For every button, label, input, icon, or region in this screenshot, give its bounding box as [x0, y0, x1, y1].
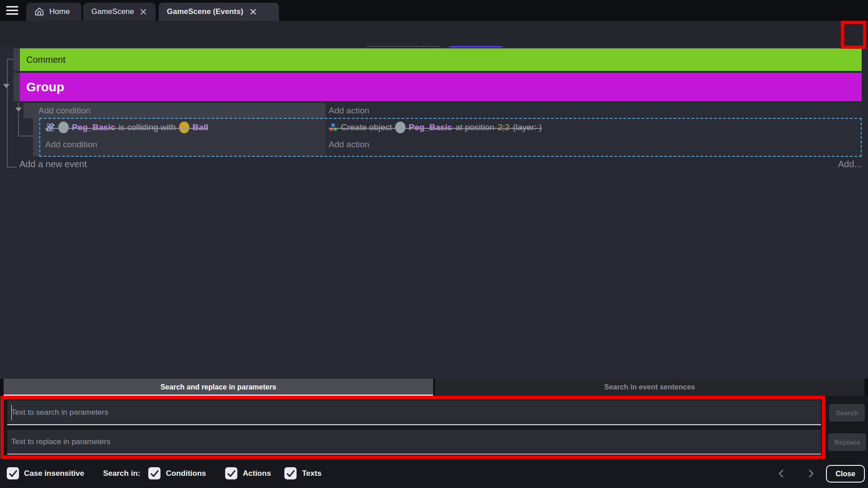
- tab-search-event-sentences[interactable]: Search in event sentences: [435, 379, 864, 396]
- add-more-label: Add...: [838, 159, 862, 169]
- search-submit-button[interactable]: Search: [829, 404, 865, 422]
- replace-button-label: Replace: [834, 438, 860, 446]
- gdevelop-window: Home GameScene GameScene (Events): [0, 0, 868, 488]
- physics-behavior-icon: [45, 122, 55, 132]
- add-action-link[interactable]: Add action: [329, 106, 369, 116]
- search-input[interactable]: [7, 400, 821, 425]
- tab-bar: Home GameScene GameScene (Events): [0, 0, 868, 21]
- comment-event[interactable]: Comment: [20, 48, 862, 71]
- chevron-right-icon: [808, 469, 815, 478]
- actions-label: Actions: [243, 467, 271, 479]
- toolbar: Preview Publish: [0, 21, 868, 47]
- comment-text: Comment: [26, 55, 66, 65]
- create-object-icon: [329, 123, 338, 132]
- tab-label: GameScene (Events): [167, 7, 243, 16]
- object-icon-peg-basic: [395, 122, 406, 133]
- tree-line: [18, 102, 19, 108]
- group-event[interactable]: Group: [20, 73, 862, 101]
- tab-gamescene[interactable]: GameScene: [83, 3, 156, 21]
- tab-label: Search and replace in parameters: [160, 383, 276, 391]
- text-caret: [11, 405, 12, 420]
- action-verb: Create object: [341, 122, 392, 132]
- close-tab-icon[interactable]: [139, 7, 148, 17]
- checkmark-icon: [150, 469, 160, 479]
- event-conditions-column: Add condition: [30, 103, 326, 118]
- search-panel: Search Replace Case insensitive Search i…: [0, 396, 868, 488]
- add-condition-link[interactable]: Add condition: [45, 140, 97, 150]
- action-layer: (layer: ): [513, 122, 542, 132]
- texts-checkbox[interactable]: [284, 467, 297, 479]
- action-sentence: Create object Peg_Basic at position 2;2 …: [329, 122, 542, 133]
- subevent-actions-column: Create object Peg_Basic at position 2;2 …: [326, 118, 862, 156]
- search-panel-tabs: Search and replace in parameters Search …: [0, 379, 868, 396]
- tab-label: Home: [49, 7, 70, 16]
- actions-checkbox[interactable]: [225, 467, 237, 479]
- action-coords: 2;2: [498, 122, 509, 132]
- case-insensitive-checkbox[interactable]: [7, 467, 19, 479]
- search-in-label: Search in:: [103, 467, 140, 479]
- main-menu-button[interactable]: [5, 5, 19, 16]
- action-object: Peg_Basic: [409, 122, 452, 132]
- add-action-row: Add action: [329, 137, 369, 152]
- search-button-label: Search: [835, 409, 858, 417]
- checkmark-icon: [8, 469, 18, 479]
- event-actions-column: Add action: [326, 103, 862, 118]
- object-icon-ball: [179, 122, 189, 133]
- add-condition-link[interactable]: Add condition: [38, 106, 90, 116]
- condition-object2: Ball: [193, 122, 208, 132]
- drag-handle[interactable]: [33, 118, 39, 156]
- tab-home[interactable]: Home: [26, 3, 81, 21]
- condition-object1: Peg_Basic: [72, 122, 115, 132]
- object-icon-peg-basic: [58, 122, 69, 133]
- subevent-conditions-column: Peg_Basic is colliding with Ball Add con…: [39, 118, 326, 156]
- condition-text: is colliding with: [118, 122, 176, 132]
- checkmark-icon: [286, 469, 296, 479]
- collapse-event-arrow-icon[interactable]: [15, 108, 22, 112]
- action-row[interactable]: Create object Peg_Basic at position 2;2 …: [329, 120, 542, 135]
- tree-line: [7, 59, 14, 60]
- tab-label: Search in event sentences: [604, 383, 695, 391]
- close-button-label: Close: [835, 470, 855, 478]
- events-sheet: Comment Group Add condition Add action P…: [0, 47, 868, 379]
- tree-line: [7, 59, 8, 168]
- add-condition-row: Add condition: [45, 137, 97, 152]
- replace-input[interactable]: [7, 430, 821, 455]
- group-title: Group: [26, 80, 64, 94]
- add-action-link[interactable]: Add action: [329, 140, 369, 150]
- tree-line: [18, 136, 33, 136]
- case-insensitive-label: Case insensitive: [24, 467, 84, 479]
- previous-result-button[interactable]: [775, 467, 787, 479]
- next-result-button[interactable]: [806, 467, 817, 479]
- add-new-event-link[interactable]: Add a new event: [19, 156, 87, 172]
- close-search-button[interactable]: Close: [826, 465, 865, 483]
- tab-label: GameScene: [91, 7, 134, 16]
- replace-submit-button[interactable]: Replace: [828, 433, 866, 451]
- tree-line: [18, 113, 19, 136]
- condition-sentence: Peg_Basic is colliding with Ball: [45, 122, 208, 133]
- drag-handle[interactable]: [14, 48, 20, 71]
- hamburger-icon: [5, 5, 19, 16]
- drag-handle[interactable]: [14, 73, 20, 101]
- tab-gamescene-events[interactable]: GameScene (Events): [159, 3, 279, 21]
- conditions-label: Conditions: [166, 467, 206, 479]
- chevron-left-icon: [778, 469, 784, 478]
- tab-search-replace-parameters[interactable]: Search and replace in parameters: [4, 379, 433, 396]
- add-more-button[interactable]: Add...: [812, 156, 862, 172]
- conditions-checkbox[interactable]: [148, 467, 160, 479]
- home-icon: [34, 7, 44, 17]
- checkmark-icon: [226, 469, 236, 479]
- add-new-event-label: Add a new event: [19, 159, 87, 169]
- tree-line: [7, 167, 17, 168]
- action-text: at position: [455, 122, 495, 132]
- close-tab-icon[interactable]: [248, 7, 258, 17]
- drag-handle[interactable]: [24, 103, 30, 118]
- texts-label: Texts: [302, 467, 321, 479]
- collapse-group-arrow-icon[interactable]: [3, 84, 9, 88]
- condition-row[interactable]: Peg_Basic is colliding with Ball: [45, 120, 208, 135]
